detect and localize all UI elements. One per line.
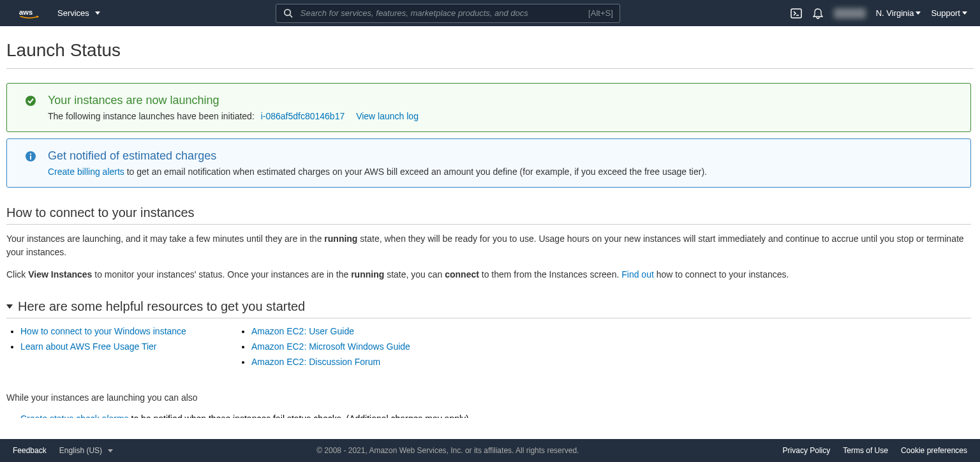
svg-point-7 [30,153,31,154]
notifications-icon[interactable] [812,8,824,19]
main-scroll-area[interactable]: Your instances are now launching The fol… [6,77,974,418]
check-circle-icon [25,95,36,121]
svg-line-2 [290,15,293,17]
list-item: Learn about AWS Free Usage Tier [20,341,186,352]
services-menu[interactable]: Services [52,4,105,22]
alert-title: Get notified of estimated charges [48,149,959,163]
support-label: Support [931,8,960,18]
caret-down-icon [95,11,100,15]
create-status-alarms-link[interactable]: Create status check alarms [20,414,129,418]
resource-link[interactable]: Learn about AWS Free Usage Tier [20,341,156,352]
resource-link[interactable]: Amazon EC2: Microsoft Windows Guide [251,341,410,352]
alert-title: Your instances are now launching [48,94,959,107]
instance-id-link[interactable]: i-086af5dfc80146b17 [261,111,345,121]
caret-down-icon [962,11,967,15]
connect-paragraph-1: Your instances are launching, and it may… [6,232,971,259]
search-input[interactable] [301,8,582,18]
list-item: Amazon EC2: User Guide [251,326,410,336]
account-menu[interactable] [834,8,866,19]
connect-paragraph-2: Click View Instances to monitor your ins… [6,268,971,281]
resource-link[interactable]: How to connect to your Windows instance [20,326,186,336]
page-title: Launch Status [6,33,974,68]
svg-point-5 [26,96,36,106]
while-launching-list: Create status check alarms to be notifie… [6,414,971,418]
aws-logo[interactable]: aws [19,7,40,20]
list-item: Amazon EC2: Discussion Forum [251,357,410,367]
resource-links: How to connect to your Windows instance … [6,326,971,372]
top-nav: aws Services [Alt+S] N. Virginia Support [0,0,980,26]
svg-text:aws: aws [19,8,33,15]
resources-heading: Here are some helpful resources to get y… [18,299,305,314]
search-icon [283,8,294,19]
list-item: Amazon EC2: Microsoft Windows Guide [251,341,410,352]
search-shortcut-hint: [Alt+S] [588,8,613,18]
support-menu[interactable]: Support [931,8,967,18]
while-launching-text: While your instances are launching you c… [6,391,971,405]
resource-link[interactable]: Amazon EC2: Discussion Forum [251,357,380,367]
services-label: Services [57,8,89,18]
svg-point-1 [285,10,290,15]
region-selector[interactable]: N. Virginia [876,8,921,18]
alert-text: The following instance launches have bee… [48,111,255,121]
alert-text: to get an email notification when estima… [124,167,707,177]
cloudshell-icon[interactable] [791,8,802,19]
create-billing-alerts-link[interactable]: Create billing alerts [48,167,124,177]
info-circle-icon [25,151,36,177]
svg-rect-8 [30,156,31,160]
triangle-down-icon [6,304,13,309]
find-out-link[interactable]: Find out [621,269,654,279]
connect-heading: How to connect to your instances [6,194,971,225]
resource-link[interactable]: Amazon EC2: User Guide [251,326,354,336]
list-item: How to connect to your Windows instance [20,326,186,336]
launch-success-alert: Your instances are now launching The fol… [6,83,971,132]
caret-down-icon [916,11,921,15]
global-search[interactable]: [Alt+S] [276,4,620,23]
region-label: N. Virginia [876,8,914,18]
billing-info-alert: Get notified of estimated charges Create… [6,138,971,188]
list-item: Create status check alarms to be notifie… [20,414,971,418]
view-launch-log-link[interactable]: View launch log [356,111,419,121]
resources-expander[interactable]: Here are some helpful resources to get y… [6,290,971,318]
divider [6,68,974,69]
